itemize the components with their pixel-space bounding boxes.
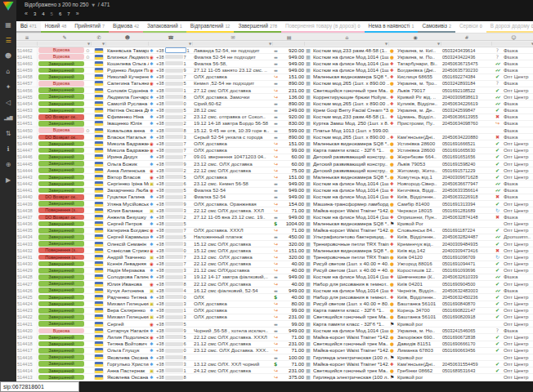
call-status-icon[interactable]: ◉	[149, 54, 155, 60]
phone-masked-input[interactable]	[165, 122, 183, 126]
call-status-icon[interactable]: ◉	[149, 80, 155, 87]
filter-tracking[interactable]	[441, 42, 492, 46]
product-name[interactable]: Майка-корсет Waist Trainer *142..	[312, 227, 389, 234]
tracking-number[interactable]: 20450634098760	[441, 120, 492, 127]
customer-name[interactable]: Юлия Иванова	[106, 281, 149, 287]
customer-name[interactable]: Близнюк Людмила ..	[106, 54, 149, 60]
phone-cell[interactable]: +388	[155, 127, 193, 134]
customer-name[interactable]: Анна Пастернак	[106, 368, 149, 374]
product-name[interactable]: Костюм на флисе Мод.1014 (1ш..	[312, 287, 389, 294]
customer-name[interactable]: Іващенко Юлія	[106, 120, 149, 127]
phone-cell[interactable]: +381	[155, 60, 193, 67]
order-comment[interactable]: 23.12 смс. отправка от Сокол..	[193, 114, 273, 120]
call-status-icon[interactable]: ✱	[149, 120, 155, 127]
customer-name[interactable]: Горгулько Христина..	[106, 361, 149, 368]
customer-name[interactable]: Станіслав Стрижак	[106, 247, 149, 254]
order-comment[interactable]: Фиалка 52-54	[193, 194, 273, 200]
phone-cell[interactable]: +389	[155, 161, 193, 167]
status-badge[interactable]: Завершений	[38, 287, 84, 293]
phone-masked-input[interactable]	[165, 215, 183, 219]
product-name[interactable]: Светящийся гоночный трек Ма..	[312, 314, 389, 320]
customer-name[interactable]: Лилия Подолинская	[106, 334, 149, 341]
product-name[interactable]: Ультрафиолетово бактерицид..	[312, 234, 389, 240]
customer-name[interactable]: Єфименко Ніна	[106, 114, 149, 120]
tab-all[interactable]: Всі471	[16, 21, 41, 33]
status-badge[interactable]: Відмова	[38, 54, 84, 60]
page-5-button[interactable]: 5	[51, 10, 53, 18]
product-name[interactable]: Гирлянда электрическая (100 л..	[312, 374, 389, 381]
phone-cell[interactable]: +383	[155, 314, 193, 320]
call-status-icon[interactable]: ▣	[149, 207, 155, 214]
call-status-icon[interactable]: ✱	[149, 234, 155, 240]
customer-name[interactable]: Кошелева Ольга Ар..	[106, 60, 149, 67]
call-status-icon[interactable]: ◉	[149, 174, 155, 180]
product-name[interactable]: Маленькая видеокамера SQ8 *..	[312, 140, 389, 147]
status-badge[interactable]: Завершений	[38, 188, 84, 194]
tracking-number[interactable]: 20400309671628	[441, 174, 492, 180]
call-status-icon[interactable]: ✱	[149, 274, 155, 280]
phone-masked-input[interactable]	[165, 88, 183, 92]
tracking-number[interactable]: 0501690822147	[441, 307, 492, 314]
customer-name[interactable]: Уляна Мусійовська	[106, 201, 149, 207]
order-comment[interactable]: 22.12 смс ОЛХ доставка	[193, 261, 273, 267]
customer-name[interactable]: Катерина Богданова	[106, 227, 149, 234]
status-badge[interactable]: Повернення (з..	[38, 207, 84, 213]
location-column-header-icon[interactable]: ◉	[389, 33, 441, 40]
product-name[interactable]: Костюм на флисе Мод.1014 (1ш..	[312, 180, 389, 187]
customer-name[interactable]: Сергей Петров	[106, 220, 149, 227]
customer-name[interactable]: Ситарчук Наталія Гр..	[106, 327, 149, 334]
order-comment[interactable]: 21.12 смс ОЛХ доставка	[193, 341, 273, 347]
call-status-icon[interactable]: ▣	[149, 301, 155, 307]
tracking-number[interactable]: 0501691093696	[441, 267, 492, 274]
phone-masked-input[interactable]	[165, 222, 183, 226]
call-status-icon[interactable]: ✱	[149, 267, 155, 274]
phone-cell[interactable]: +386	[155, 341, 193, 347]
customer-name[interactable]: Ковальова анна	[106, 127, 149, 134]
order-comment[interactable]: ОЛХ доставка	[193, 147, 273, 154]
product-name[interactable]: Светящийся гоночный трек Ма..	[312, 341, 389, 347]
product-name[interactable]: Набор для рисования в темнот..	[312, 281, 389, 287]
call-status-icon[interactable]: ✱	[149, 127, 155, 134]
tab-packed[interactable]: Запакований1	[143, 21, 186, 33]
phone-cell[interactable]: +389	[155, 327, 193, 334]
tab-shipped[interactable]: Відправлений12	[186, 21, 235, 33]
manager-column-header-icon[interactable]: ☺	[492, 33, 533, 40]
order-comment[interactable]: 19.12 14-17 завтра фіалковий,..	[193, 274, 273, 280]
order-comment[interactable]: 27.12 смс ОЛХ доставка	[193, 87, 273, 94]
sidebar-item-purchases-icon[interactable]: ✦	[6, 83, 11, 91]
filter-source[interactable]: ▼	[492, 42, 533, 46]
phone-cell[interactable]: +385	[155, 334, 193, 341]
order-comment[interactable]: Лаванда 52-54, не подходит	[193, 47, 273, 54]
order-comment[interactable]: ОЛХ доставка	[193, 140, 273, 147]
order-comment[interactable]: ОЛХ доставка	[193, 314, 273, 320]
status-badge[interactable]: Завершений	[38, 261, 84, 267]
tracking-number[interactable]: 0501691666521	[441, 140, 492, 147]
call-status-icon[interactable]: ◉	[149, 247, 155, 254]
order-comment[interactable]: 22.12 смс ОЛХ доставка. ХХХЛ	[193, 334, 273, 341]
sip-status[interactable]: sip:0672818601	[0, 381, 79, 392]
order-comment[interactable]: Кемел ,52-54 не подходит	[193, 80, 273, 87]
status-badge[interactable]: Завершений	[38, 108, 84, 114]
product-name[interactable]: Маленькая видеокамера SQ8 *..	[312, 174, 389, 180]
customer-name[interactable]: Микола Бадражан	[106, 147, 149, 154]
call-status-icon[interactable]: ✱	[149, 134, 155, 140]
call-status-icon[interactable]: ✱	[149, 114, 155, 120]
phone-cell[interactable]: +382	[155, 214, 193, 220]
sidebar-item-apps-icon[interactable]: ⊕	[6, 161, 11, 168]
tab-services[interactable]: Сервіси0	[455, 21, 486, 33]
call-status-icon[interactable]: ✱	[149, 354, 155, 361]
order-comment[interactable]: Наложенный платеж	[193, 234, 273, 240]
tracking-column-header-icon[interactable]: #	[441, 33, 492, 40]
call-status-icon[interactable]: ✱	[149, 347, 155, 354]
phone-masked-input[interactable]	[165, 149, 183, 153]
product-name[interactable]: Костюм мод.233 разм.48-58 (1..	[312, 47, 389, 54]
id-column-header-list-icon[interactable]: ≡	[16, 33, 38, 40]
call-status-icon[interactable]: ▣	[149, 254, 155, 261]
tracking-number[interactable]: 20450633356614	[441, 187, 492, 194]
phone-cell[interactable]: +389	[155, 67, 193, 74]
phone-column-header-icon[interactable]: ☎	[149, 33, 193, 40]
phone-cell[interactable]: +387	[155, 227, 193, 234]
phone-masked-input[interactable]	[165, 128, 183, 132]
phone-masked-input[interactable]	[165, 255, 183, 259]
call-status-icon[interactable]: ◉	[149, 321, 155, 327]
